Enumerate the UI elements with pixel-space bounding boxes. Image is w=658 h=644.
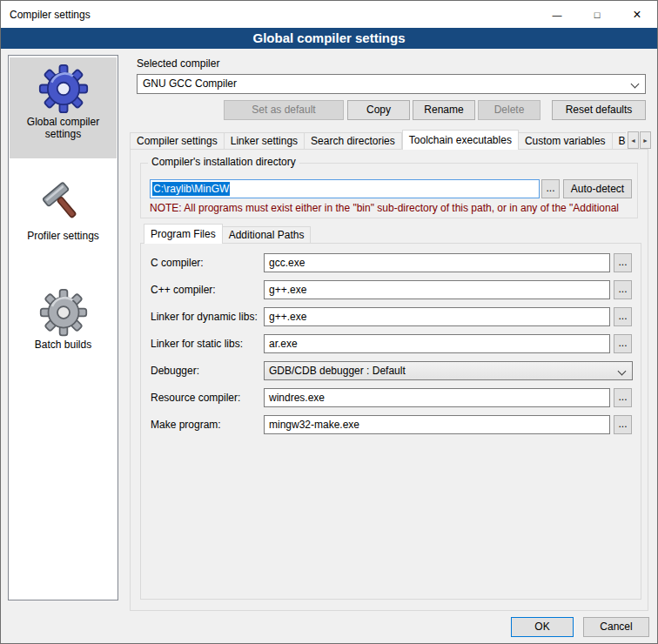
sidebar-item-profiler-settings[interactable]: Profiler settings [10,176,117,245]
minimize-icon[interactable]: — [537,1,577,28]
dynamic-linker-browse-button[interactable]: ... [614,307,632,326]
debugger-value: GDB/CDB debugger : Default [269,365,406,377]
installation-directory-group-label: Compiler's installation directory [148,156,299,168]
page-title: Global compiler settings [1,28,657,49]
cpp-compiler-row: C++ compiler: g++.exe ... [140,280,640,299]
dynamic-linker-input[interactable]: g++.exe [264,307,610,326]
resource-compiler-row: Resource compiler: windres.exe ... [140,388,640,407]
delete-button[interactable]: Delete [478,100,540,120]
selected-compiler-label: Selected compiler [137,57,219,70]
make-program-label: Make program: [151,415,221,434]
auto-detect-button[interactable]: Auto-detect [563,179,632,198]
profiler-settings-icon [40,179,87,228]
program-files-tabstrip: Program Files Additional Paths [144,224,405,244]
make-program-row: Make program: mingw32-make.exe ... [140,415,640,434]
dynamic-linker-row: Linker for dynamic libs: g++.exe ... [140,307,640,326]
tab-compiler-settings[interactable]: Compiler settings [130,132,225,149]
static-linker-input[interactable]: ar.exe [264,334,610,353]
installation-directory-input[interactable]: C:\raylib\MinGW [150,179,540,198]
sidebar-item-label: Profiler settings [10,228,117,245]
rename-button[interactable]: Rename [413,100,475,120]
make-program-browse-button[interactable]: ... [614,415,632,434]
batch-builds-icon [39,288,88,337]
cpp-compiler-label: C++ compiler: [151,280,216,299]
resource-compiler-label: Resource compiler: [151,388,240,407]
dynamic-linker-label: Linker for dynamic libs: [151,307,258,326]
tab-scroll-left-icon[interactable]: ◄ [628,131,639,149]
chevron-down-icon [631,80,640,89]
tab-toolchain-executables[interactable]: Toolchain executables [402,130,519,150]
debugger-label: Debugger: [151,361,199,380]
window-controls: — □ × [537,1,657,28]
installation-directory-browse-button[interactable]: ... [541,179,560,198]
global-compiler-gear-icon [38,64,89,114]
cpp-compiler-input[interactable]: g++.exe [264,280,610,299]
close-icon[interactable]: × [617,1,657,28]
c-compiler-label: C compiler: [151,253,204,272]
tab-build-options[interactable]: Build [613,132,626,149]
cancel-button[interactable]: Cancel [583,617,649,637]
reset-defaults-button[interactable]: Reset defaults [552,100,646,120]
chevron-down-icon [618,367,627,376]
resource-compiler-browse-button[interactable]: ... [614,388,632,407]
tab-linker-settings[interactable]: Linker settings [225,132,305,149]
sidebar-item-label: Global compiler settings [10,114,117,144]
tab-program-files[interactable]: Program Files [144,224,223,244]
sidebar-item-batch-builds[interactable]: Batch builds [10,285,117,354]
compiler-settings-window: Compiler settings — □ × Global compiler … [0,0,658,644]
static-linker-browse-button[interactable]: ... [614,334,632,353]
settings-sidebar: Global compiler settings Profiler settin… [8,55,118,600]
installation-directory-note: NOTE: All programs must exist either in … [150,202,635,214]
window-title: Compiler settings [1,9,91,21]
set-as-default-button[interactable]: Set as default [224,100,344,120]
sidebar-item-label: Batch builds [10,337,117,354]
installation-directory-group: Compiler's installation directory C:\ray… [140,163,638,218]
c-compiler-row: C compiler: gcc.exe ... [140,253,640,272]
c-compiler-browse-button[interactable]: ... [614,253,632,272]
ok-button[interactable]: OK [511,617,574,637]
static-linker-row: Linker for static libs: ar.exe ... [140,334,640,353]
tab-scroll-right-icon[interactable]: ► [640,131,651,149]
sidebar-item-global-compiler-settings[interactable]: Global compiler settings [10,57,117,158]
maximize-icon[interactable]: □ [577,1,617,28]
copy-button[interactable]: Copy [347,100,410,120]
tab-additional-paths[interactable]: Additional Paths [223,226,312,243]
make-program-input[interactable]: mingw32-make.exe [264,415,610,434]
installation-directory-value: C:\raylib\MinGW [152,182,230,196]
static-linker-label: Linker for static libs: [151,334,243,353]
titlebar: Compiler settings — □ × [1,1,657,28]
settings-tabstrip: Compiler settings Linker settings Search… [130,130,626,150]
debugger-dropdown[interactable]: GDB/CDB debugger : Default [264,361,633,380]
debugger-row: Debugger: GDB/CDB debugger : Default [140,361,640,380]
resource-compiler-input[interactable]: windres.exe [264,388,610,407]
selected-compiler-dropdown[interactable]: GNU GCC Compiler [137,74,646,94]
selected-compiler-value: GNU GCC Compiler [143,77,237,90]
cpp-compiler-browse-button[interactable]: ... [614,280,632,299]
tab-search-directories[interactable]: Search directories [305,132,402,149]
tab-custom-variables[interactable]: Custom variables [519,132,613,149]
c-compiler-input[interactable]: gcc.exe [264,253,610,272]
